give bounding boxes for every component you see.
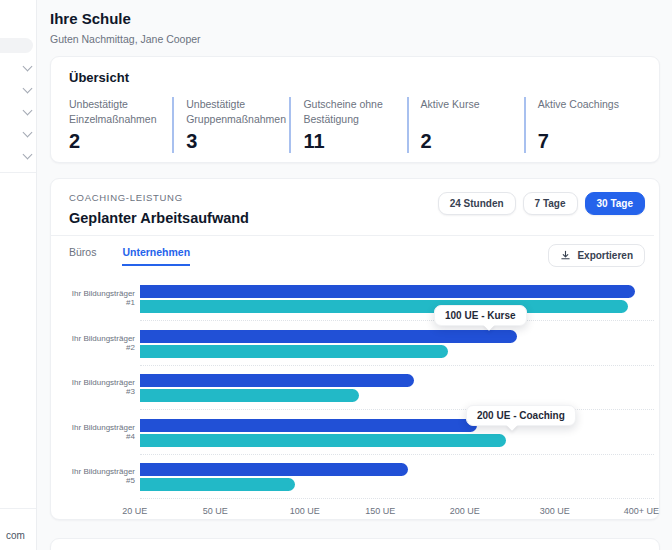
range-7-tage-button[interactable]: 7 Tage <box>523 192 578 215</box>
bar-group-3: Ihr Bildungsträger #3 <box>51 366 659 411</box>
bar-coaching[interactable] <box>140 345 448 358</box>
download-icon <box>560 250 571 261</box>
overview-title: Übersicht <box>69 70 641 85</box>
bar-group-2: Ihr Bildungsträger #2 <box>51 322 659 367</box>
sidebar-footer-text: com <box>6 530 25 541</box>
stat-label: Gutscheine ohne Bestätigung <box>303 97 406 127</box>
chart-tooltip-kurse: 100 UE - Kurse <box>434 305 527 326</box>
x-axis: 20 UE 50 UE 100 UE 150 UE 200 UE 300 UE … <box>145 506 654 522</box>
stat-unbestaetigte-einzelmassnahmen: Unbestätigte Einzelmaßnahmen 2 <box>69 97 172 153</box>
stat-value: 11 <box>303 130 406 153</box>
tooltip-text: 200 UE - Coaching <box>477 410 565 421</box>
range-24-stunden-button[interactable]: 24 Stunden <box>438 192 516 215</box>
bar-track <box>140 419 654 447</box>
coaching-performance-card: COACHING-LEISTUNG Geplanter Arbeitsaufwa… <box>50 178 660 520</box>
stat-gutscheine-ohne-bestaetigung: Gutscheine ohne Bestätigung 11 <box>289 97 406 153</box>
x-tick-label: 300 UE <box>540 506 570 516</box>
category-label: Ihr Bildungsträger #5 <box>69 468 140 486</box>
bar-coaching[interactable] <box>140 434 506 447</box>
main-content: Ihre Schule Guten Nachmittag, Jane Coope… <box>37 0 672 550</box>
stat-aktive-coachings: Aktive Coachings 7 <box>524 97 641 153</box>
export-button[interactable]: Exportieren <box>548 244 645 267</box>
sidebar-divider <box>0 172 36 173</box>
chart-card-heading: COACHING-LEISTUNG Geplanter Arbeitsaufwa… <box>69 192 249 226</box>
chart-eyebrow: COACHING-LEISTUNG <box>69 192 249 203</box>
stat-unbestaetigte-gruppenmassnahmen: Unbestätigte Gruppenmaßnahmen 3 <box>172 97 289 153</box>
bar-kurse[interactable] <box>140 419 477 432</box>
sidebar-active-item[interactable] <box>0 38 33 53</box>
x-tick-label: 150 UE <box>365 506 395 516</box>
stat-aktive-kurse: Aktive Kurse 2 <box>407 97 524 153</box>
category-label: Ihr Bildungsträger #2 <box>69 335 140 353</box>
bar-group-5: Ihr Bildungsträger #5 <box>51 455 659 500</box>
bar-kurse[interactable] <box>140 463 408 476</box>
chevron-down-icon[interactable] <box>23 128 33 138</box>
bar-track <box>140 463 654 491</box>
category-label: Ihr Bildungsträger #1 <box>69 290 140 308</box>
chart-tabs: Büros Unternehmen <box>69 246 190 266</box>
x-tick-label: 400+ UE <box>624 506 659 516</box>
x-tick-label: 200 UE <box>450 506 480 516</box>
bar-track <box>140 330 654 358</box>
time-range-group: 24 Stunden 7 Tage 30 Tage <box>438 192 645 215</box>
stat-label: Unbestätigte Gruppenmaßnahmen <box>186 97 289 127</box>
chart-title: Geplanter Arbeitsaufwand <box>69 210 249 226</box>
tooltip-text: 100 UE - Kurse <box>445 310 516 321</box>
stat-label: Aktive Coachings <box>538 97 641 127</box>
chevron-down-icon[interactable] <box>23 62 33 72</box>
bar-track <box>140 374 654 402</box>
bar-coaching[interactable] <box>140 478 295 491</box>
stat-label: Aktive Kurse <box>421 97 524 127</box>
stat-value: 7 <box>538 130 641 153</box>
x-tick-label: 50 UE <box>203 506 228 516</box>
category-label: Ihr Bildungsträger #3 <box>69 379 140 397</box>
chevron-down-icon[interactable] <box>23 150 33 160</box>
tab-bueros[interactable]: Büros <box>69 246 96 266</box>
stat-value: 2 <box>421 130 524 153</box>
stat-value: 2 <box>69 130 172 153</box>
bar-kurse[interactable] <box>140 285 635 298</box>
bar-chart: Ihr Bildungsträger #1 Ihr Bildungsträger… <box>51 277 659 500</box>
x-tick-label: 100 UE <box>290 506 320 516</box>
overview-card: Übersicht Unbestätigte Einzelmaßnahmen 2… <box>50 56 660 163</box>
stats-row: Unbestätigte Einzelmaßnahmen 2 Unbestäti… <box>69 97 641 153</box>
bar-kurse[interactable] <box>140 374 414 387</box>
tab-unternehmen[interactable]: Unternehmen <box>122 246 190 266</box>
x-tick-label: 20 UE <box>122 506 147 516</box>
category-label: Ihr Bildungsträger #4 <box>69 424 140 442</box>
bar-track <box>140 285 654 313</box>
bar-kurse[interactable] <box>140 330 517 343</box>
chart-tooltip-coaching: 200 UE - Coaching <box>466 405 576 426</box>
sidebar-divider <box>0 508 36 509</box>
next-card-partial <box>50 538 660 550</box>
chevron-down-icon[interactable] <box>23 106 33 116</box>
range-30-tage-button[interactable]: 30 Tage <box>585 192 646 215</box>
stat-value: 3 <box>186 130 289 153</box>
page-greeting: Guten Nachmittag, Jane Cooper <box>50 33 660 45</box>
chevron-down-icon[interactable] <box>23 84 33 94</box>
page-header: Ihre Schule Guten Nachmittag, Jane Coope… <box>50 0 660 56</box>
page-title: Ihre Schule <box>50 10 660 27</box>
stat-label: Unbestätigte Einzelmaßnahmen <box>69 97 172 127</box>
export-button-label: Exportieren <box>577 250 633 261</box>
bar-coaching[interactable] <box>140 300 628 313</box>
bar-group-1: Ihr Bildungsträger #1 <box>51 277 659 322</box>
bar-coaching[interactable] <box>140 389 359 402</box>
sidebar: com <box>0 0 37 550</box>
